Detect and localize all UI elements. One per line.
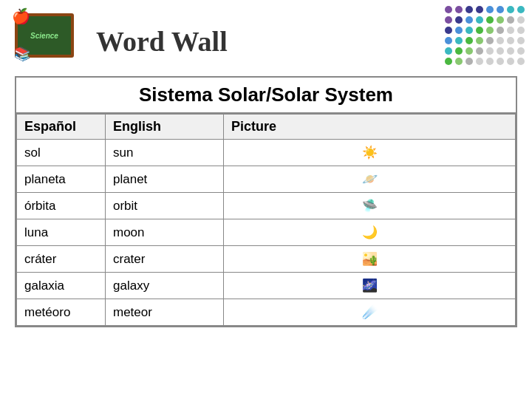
word-wall-table-container: Sistema Solar/Solar System Español Engli… <box>15 76 517 327</box>
cell-english: sun <box>106 140 224 166</box>
cell-espanol: metéoro <box>17 299 106 326</box>
cell-espanol: órbita <box>17 193 106 219</box>
section-title: Sistema Solar/Solar System <box>16 78 516 114</box>
table-row: metéorometeor☄️ <box>17 299 516 326</box>
header-icon: 🍎 📚 <box>15 13 81 69</box>
chalkboard-icon: 🍎 📚 <box>15 13 74 58</box>
word-table: Español English Picture solsun☀️planetap… <box>16 114 516 326</box>
page-title: Word Wall <box>96 25 228 58</box>
cell-picture: 🏜️ <box>224 246 516 273</box>
col-header-espanol: Español <box>17 115 106 140</box>
apple-icon: 🍎 <box>12 7 30 25</box>
cell-picture: 🪐 <box>224 166 516 193</box>
cell-picture: 🌌 <box>224 273 516 299</box>
table-row: crátercrater🏜️ <box>17 246 516 273</box>
cell-english: moon <box>106 219 224 246</box>
table-row: planetaplanet🪐 <box>17 166 516 193</box>
table-row: lunamoon🌙 <box>17 219 516 246</box>
cell-english: planet <box>106 166 224 193</box>
decorative-dot-grid <box>445 6 526 66</box>
table-row: órbitaorbit🛸 <box>17 193 516 219</box>
table-header-row: Español English Picture <box>17 115 516 140</box>
cell-english: meteor <box>106 299 224 326</box>
cell-picture: 🛸 <box>224 193 516 219</box>
cell-english: orbit <box>106 193 224 219</box>
cell-espanol: cráter <box>17 246 106 273</box>
cell-espanol: luna <box>17 219 106 246</box>
cell-espanol: planeta <box>17 166 106 193</box>
cell-espanol: sol <box>17 140 106 166</box>
cell-picture: ☀️ <box>224 140 516 166</box>
cell-espanol: galaxia <box>17 273 106 299</box>
col-header-picture: Picture <box>224 115 516 140</box>
table-row: galaxiagalaxy🌌 <box>17 273 516 299</box>
cell-english: crater <box>106 246 224 273</box>
col-header-english: English <box>106 115 224 140</box>
books-icon: 📚 <box>14 46 30 62</box>
cell-picture: 🌙 <box>224 219 516 246</box>
table-row: solsun☀️ <box>17 140 516 166</box>
cell-english: galaxy <box>106 273 224 299</box>
cell-picture: ☄️ <box>224 299 516 326</box>
